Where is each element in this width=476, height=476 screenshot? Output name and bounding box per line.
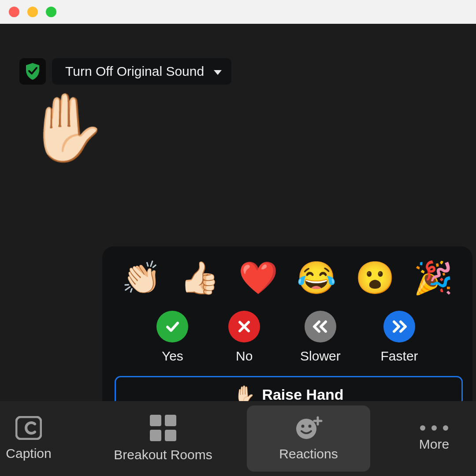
toolbar-more-label: More bbox=[419, 437, 449, 452]
toolbar-caption[interactable]: Caption bbox=[0, 405, 75, 472]
svg-point-2 bbox=[301, 425, 305, 428]
reaction-thumbs-up[interactable]: 👍🏻 bbox=[175, 258, 224, 298]
feedback-no-label: No bbox=[236, 349, 253, 364]
feedback-yes-label: Yes bbox=[162, 349, 183, 364]
feedback-yes[interactable]: Yes bbox=[156, 311, 188, 364]
reaction-joy[interactable]: 😂 bbox=[292, 258, 341, 298]
original-sound-label: Turn Off Original Sound bbox=[65, 64, 204, 79]
meeting-toolbar: Caption Breakout Rooms Reactions More bbox=[0, 401, 476, 476]
traffic-light-zoom[interactable] bbox=[46, 7, 56, 17]
ellipsis-icon bbox=[420, 425, 448, 431]
x-circle-icon bbox=[228, 311, 260, 342]
svg-point-3 bbox=[309, 425, 312, 428]
grid-icon bbox=[150, 415, 176, 441]
feedback-faster-label: Faster bbox=[381, 349, 418, 364]
smiley-plus-icon bbox=[294, 416, 323, 440]
shield-check-icon bbox=[25, 63, 41, 80]
feedback-faster[interactable]: Faster bbox=[381, 311, 418, 364]
reaction-heart[interactable]: ❤️ bbox=[234, 258, 283, 298]
toolbar-caption-label: Caption bbox=[6, 446, 51, 461]
feedback-slower[interactable]: Slower bbox=[300, 311, 341, 364]
encryption-shield-button[interactable] bbox=[19, 58, 46, 85]
svg-point-1 bbox=[296, 419, 316, 439]
toolbar-reactions[interactable]: Reactions bbox=[247, 405, 370, 472]
traffic-light-close[interactable] bbox=[9, 7, 19, 17]
chevron-down-icon bbox=[214, 70, 222, 75]
svg-rect-0 bbox=[16, 417, 41, 439]
top-controls: Turn Off Original Sound bbox=[19, 58, 231, 85]
window-titlebar bbox=[0, 0, 476, 24]
toolbar-breakout-label: Breakout Rooms bbox=[114, 447, 212, 462]
feedback-slower-label: Slower bbox=[300, 349, 341, 364]
feedback-no[interactable]: No bbox=[228, 311, 260, 364]
check-circle-icon bbox=[156, 311, 188, 342]
traffic-light-minimize[interactable] bbox=[27, 7, 38, 17]
raise-hand-label: Raise Hand bbox=[262, 386, 343, 403]
chevrons-right-icon bbox=[383, 311, 415, 342]
reaction-clap[interactable]: 👏🏻 bbox=[117, 258, 166, 298]
reactions-popover: 👏🏻 👍🏻 ❤️ 😂 😮 🎉 Yes No bbox=[102, 246, 472, 423]
reaction-tada[interactable]: 🎉 bbox=[409, 258, 457, 298]
toolbar-breakout-rooms[interactable]: Breakout Rooms bbox=[84, 405, 242, 472]
original-sound-dropdown[interactable]: Turn Off Original Sound bbox=[52, 58, 231, 85]
live-caption-icon bbox=[15, 416, 42, 440]
video-area: Turn Off Original Sound ✋🏻 👏🏻 👍🏻 ❤️ 😂 😮 … bbox=[0, 24, 476, 401]
toolbar-reactions-label: Reactions bbox=[279, 446, 338, 461]
feedback-row: Yes No Slower Faster bbox=[115, 311, 460, 364]
toolbar-more[interactable]: More bbox=[383, 405, 476, 472]
raised-hand-indicator: ✋🏻 bbox=[26, 94, 108, 160]
reaction-emoji-row: 👏🏻 👍🏻 ❤️ 😂 😮 🎉 bbox=[115, 258, 460, 298]
reaction-wow[interactable]: 😮 bbox=[351, 258, 399, 298]
chevrons-left-icon bbox=[305, 311, 336, 342]
